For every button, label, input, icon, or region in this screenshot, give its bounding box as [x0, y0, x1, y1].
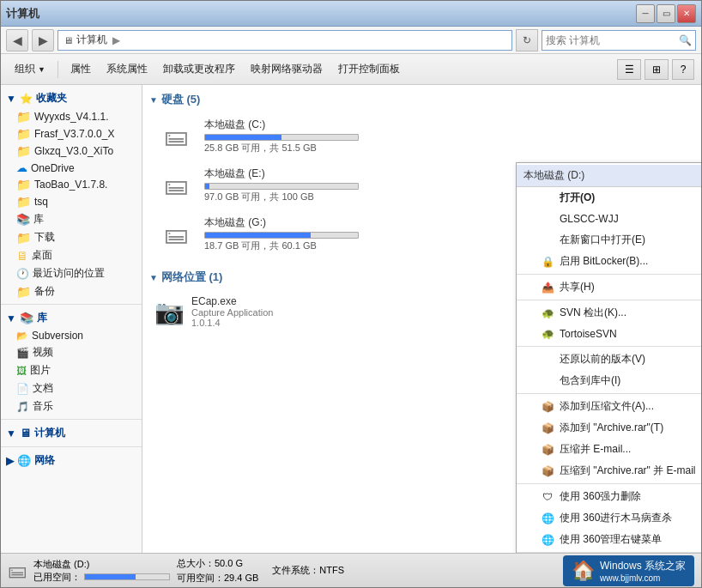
view-toggle-button[interactable]: ⊞: [645, 59, 669, 80]
search-input[interactable]: [546, 34, 679, 46]
sidebar-item-subversion[interactable]: 📂 Subversion: [1, 328, 142, 343]
folder-icon: 📁: [16, 178, 31, 191]
ctx-compress-email[interactable]: 📦 压缩并 E-mail...: [517, 439, 701, 460]
back-button[interactable]: ◀: [6, 29, 28, 52]
toolbar-properties[interactable]: 属性: [64, 58, 98, 82]
folder-icon: 📁: [16, 231, 31, 245]
restore-button[interactable]: ▭: [657, 4, 675, 23]
sidebar-divider-1: [1, 304, 142, 305]
titlebar-controls: ─ ▭ ✕: [636, 4, 696, 23]
status-progress-fill: [85, 574, 136, 579]
library-collapse-icon: ▼: [6, 312, 16, 324]
toolbar-control-panel[interactable]: 打开控制面板: [331, 58, 407, 82]
ctx-add-archive[interactable]: 📦 添加到 "Archive.rar"(T): [517, 417, 701, 439]
sidebar-section-favorites[interactable]: ▼ ⭐ 收藏夹: [1, 88, 142, 108]
status-fs: 文件系统：NTFS: [272, 564, 344, 577]
status-info: 本地磁盘 (D:) 已用空间：: [33, 558, 170, 584]
sidebar-item-pictures[interactable]: 🖼 图片: [1, 361, 142, 379]
sidebar-item-taobao[interactable]: 📁 TaoBao_V1.7.8.: [1, 176, 142, 193]
content-area: ▼ ⭐ 收藏夹 📁 Wyyxds_V4.1.1. 📁 Frasf_V3.7.0.…: [1, 85, 701, 553]
ctx-open-new[interactable]: 在新窗口中打开(E): [517, 229, 701, 251]
drive-e-icon-area: 🖴: [154, 173, 197, 197]
toolbar-uninstall[interactable]: 卸载或更改程序: [156, 58, 242, 82]
drive-c[interactable]: 🖴 本地磁盘 (C:) 25.8 GB 可用，共 51.5 GB: [149, 114, 694, 158]
ctx-restore-icon: [541, 353, 554, 367]
forward-button[interactable]: ▶: [32, 29, 54, 52]
sidebar-item-wyy[interactable]: 📁 Wyyxds_V4.1.1.: [1, 108, 142, 125]
drive-e-icon: 🖴: [164, 173, 188, 197]
toolbar-map-drive[interactable]: 映射网络驱动器: [244, 58, 330, 82]
watermark-text: Windows 系统之家 www.bjjmlv.com: [600, 559, 686, 583]
toolbar: 组织 ▼ 属性 系统属性 卸载或更改程序 映射网络驱动器 打开控制面板 ☰ ⊞ …: [1, 54, 701, 85]
sidebar-item-library[interactable]: 📚 库: [1, 210, 142, 228]
sidebar: ▼ ⭐ 收藏夹 📁 Wyyxds_V4.1.1. 📁 Frasf_V3.7.0.…: [1, 85, 142, 553]
sidebar-section-network[interactable]: ▶ 🌐 网络: [1, 451, 142, 470]
network-item-icon: 📷: [154, 298, 185, 326]
computer-collapse-icon: ▼: [6, 427, 16, 439]
sidebar-divider-3: [1, 446, 142, 447]
ctx-glscc[interactable]: GLSCC-WJJ: [517, 209, 701, 229]
ctx-del360[interactable]: 🛡 使用 360强力删除: [517, 486, 701, 507]
refresh-button[interactable]: ↻: [516, 29, 538, 52]
close-button[interactable]: ✕: [677, 4, 696, 23]
sidebar-item-backup[interactable]: 📁 备份: [1, 282, 142, 300]
ctx-menu360[interactable]: 🌐 使用 360管理右键菜单: [517, 529, 701, 550]
help-button[interactable]: ?: [672, 59, 694, 80]
ctx-scan360[interactable]: 🌐 使用 360进行木马病查杀: [517, 507, 701, 529]
sidebar-item-frasf[interactable]: 📁 Frasf_V3.7.0.0_X: [1, 125, 142, 142]
status-details: 总大小：50.0 G 可用空间：29.4 GB: [177, 557, 258, 585]
drive-c-label: 本地磁盘 (C:): [204, 118, 689, 132]
ctx-bitlocker[interactable]: 🔒 启用 BitLocker(B)...: [517, 251, 701, 272]
drive-e-fill: [205, 184, 209, 189]
sidebar-section-computer[interactable]: ▼ 🖥 计算机: [1, 423, 142, 443]
status-drive-label: 本地磁盘 (D:): [33, 558, 170, 571]
watermark-icon: 🏠: [572, 560, 595, 582]
sidebar-item-music[interactable]: 🎵 音乐: [1, 397, 142, 415]
ctx-restore-prev[interactable]: 还原以前的版本(V): [517, 349, 701, 370]
ctx-open[interactable]: 打开(O): [517, 187, 701, 209]
ctx-include-icon: [541, 374, 554, 388]
address-text: 计算机: [76, 33, 107, 47]
sidebar-section-library[interactable]: ▼ 📚 库: [1, 308, 142, 328]
toolbar-organize[interactable]: 组织 ▼: [8, 58, 52, 82]
hard-drives-section-title: ▼ 硬盘 (5): [149, 92, 694, 107]
network-item-sub: Capture Application 1.0.1.4: [191, 307, 273, 328]
sidebar-item-tsq[interactable]: 📁 tsq: [1, 193, 142, 210]
sidebar-divider-2: [1, 419, 142, 420]
status-drive-icon: 🖴: [8, 560, 27, 582]
toolbar-separator-1: [57, 61, 58, 78]
drive-e-progress: [204, 183, 359, 190]
ctx-svn-checkout[interactable]: 🐢 SVN 检出(K)...: [517, 302, 701, 324]
ctx-tortoise[interactable]: 🐢 TortoiseSVN: [517, 324, 701, 344]
folder-icon: 🖥: [16, 249, 28, 263]
sidebar-item-docs[interactable]: 📄 文档: [1, 379, 142, 397]
folder-icon: 📁: [16, 144, 31, 158]
watermark-badge: 🏠 Windows 系统之家 www.bjjmlv.com: [563, 555, 694, 586]
ctx-share-icon: 📤: [541, 281, 554, 294]
sidebar-item-desktop[interactable]: 🖥 桌面: [1, 246, 142, 264]
sidebar-item-downloads[interactable]: 📁 下载: [1, 228, 142, 246]
sidebar-item-recent[interactable]: 🕐 最近访问的位置: [1, 264, 142, 282]
toolbar-system-props[interactable]: 系统属性: [100, 58, 154, 82]
ctx-add-zip[interactable]: 📦 添加到压缩文件(A)...: [517, 396, 701, 417]
search-icon[interactable]: 🔍: [679, 34, 692, 46]
folder-icon: 📁: [16, 195, 31, 209]
ctx-compress-archive-email[interactable]: 📦 压缩到 "Archive.rar" 并 E-mail: [517, 460, 701, 482]
sidebar-item-glxzq[interactable]: 📁 Glxzq_V3.0_XiTo: [1, 142, 142, 160]
ctx-include-in[interactable]: 包含到库中(I): [517, 370, 701, 391]
status-right: 🏠 Windows 系统之家 www.bjjmlv.com: [563, 555, 694, 586]
view-button[interactable]: ☰: [617, 59, 641, 80]
sidebar-item-onedrive[interactable]: ☁ OneDrive: [1, 160, 142, 176]
address-box[interactable]: 🖥 计算机 ▶: [57, 30, 512, 51]
ctx-sep-5: [517, 483, 701, 484]
sidebar-item-video[interactable]: 🎬 视频: [1, 343, 142, 361]
video-icon: 🎬: [16, 347, 29, 359]
status-progress: [84, 573, 170, 580]
ctx-share[interactable]: 📤 共享(H): [517, 276, 701, 298]
status-used: 已用空间：: [33, 571, 170, 584]
context-menu: 本地磁盘 (D:) 打开(O) GLSCC-WJJ 在新窗口中打开(E) 🔒 启…: [516, 162, 701, 553]
favorites-collapse-icon: ▼: [6, 93, 16, 105]
minimize-button[interactable]: ─: [636, 4, 655, 23]
triangle-icon: ▼: [149, 273, 158, 282]
search-box[interactable]: 🔍: [542, 30, 696, 51]
